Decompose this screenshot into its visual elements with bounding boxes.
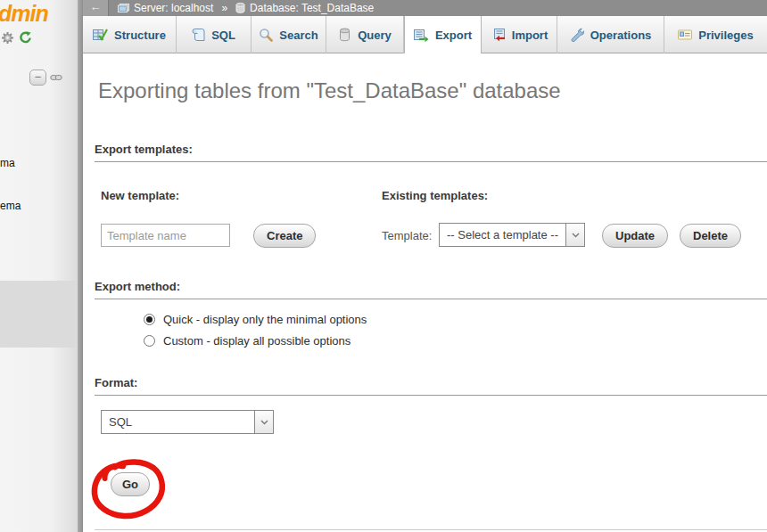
back-arrow-button[interactable]: ← [83,0,109,16]
export-method-heading: Export method: [95,280,767,299]
template-label: Template: [382,229,432,242]
export-method-option-custom: Custom - display all possible options [144,334,351,348]
format-select[interactable]: SQL [101,410,274,434]
structure-icon [93,28,108,42]
server-icon [118,4,129,13]
tab-label: Structure [114,29,166,42]
tab-label: Operations [590,29,652,42]
tab-search[interactable]: Search [252,16,326,53]
template-select[interactable]: -- Select a template -- [439,223,585,247]
breadcrumb-bar: ← Server: localhost » Database: Test_Dat… [83,0,767,16]
refresh-icon[interactable] [18,30,32,45]
quick-radio-label[interactable]: Quick - display only the minimal options [163,313,367,326]
update-button[interactable]: Update [602,224,668,248]
collapse-all-icon[interactable]: − [29,70,46,86]
tab-import[interactable]: Import [482,16,557,53]
phpmyadmin-logo[interactable]: dmin [0,1,48,27]
tab-query[interactable]: Query [326,16,404,53]
tab-structure[interactable]: Structure [83,16,177,53]
tab-label: Import [512,29,548,42]
tab-privileges[interactable]: Privileges [664,16,767,53]
link-chain-icon[interactable] [50,72,62,83]
go-button[interactable]: Go [111,472,150,496]
export-page: Exporting tables from "Test_DataBase" da… [83,53,767,532]
export-icon [414,29,429,43]
custom-radio-label[interactable]: Custom - display all possible options [163,334,351,348]
quick-radio[interactable] [144,314,155,325]
new-template-label: New template: [101,189,179,202]
tab-export[interactable]: Export [404,16,482,54]
sidebar-item-database-partial[interactable]: ema [0,200,21,212]
tab-label: Query [358,29,392,42]
sql-icon [192,28,205,42]
navigation-sidebar: dmin − [0,0,83,532]
chevron-down-icon [565,224,584,246]
phpmyadmin-window: dmin − [0,0,767,532]
page-title: Exporting tables from "Test_DataBase" da… [98,78,561,103]
format-heading: Format: [95,376,767,396]
breadcrumb-server[interactable]: Server: localhost [134,2,213,14]
template-name-input[interactable] [101,224,230,247]
tab-label: Export [435,29,472,42]
gear-icon[interactable] [1,31,14,45]
template-select-value: -- Select a template -- [440,228,565,241]
tab-label: Search [279,29,318,42]
bottom-divider [95,529,767,530]
existing-templates-label: Existing templates: [382,189,488,202]
export-method-option-quick: Quick - display only the minimal options [144,313,367,326]
import-icon [491,28,506,42]
custom-radio[interactable] [144,335,155,347]
tab-label: Privileges [698,29,753,42]
tab-label: SQL [211,29,235,42]
breadcrumb-database[interactable]: Database: Test_DataBase [250,2,374,14]
format-select-value: SQL [102,415,254,429]
export-templates-heading: Export templates: [95,143,767,162]
breadcrumb-separator: » [221,2,227,14]
tab-sql[interactable]: SQL [177,16,252,53]
search-icon [259,28,273,42]
tab-operations[interactable]: Operations [557,16,664,53]
create-button[interactable]: Create [253,224,316,248]
database-icon [235,3,245,13]
privileges-icon [678,28,692,42]
delete-button[interactable]: Delete [680,224,741,248]
operations-icon [570,28,584,42]
database-tabs: Structure SQL Search [83,16,767,53]
chevron-down-icon [254,411,273,433]
sidebar-selected-database[interactable] [0,281,78,348]
sidebar-item-database-partial[interactable]: ma [0,157,15,169]
query-icon [338,28,351,42]
